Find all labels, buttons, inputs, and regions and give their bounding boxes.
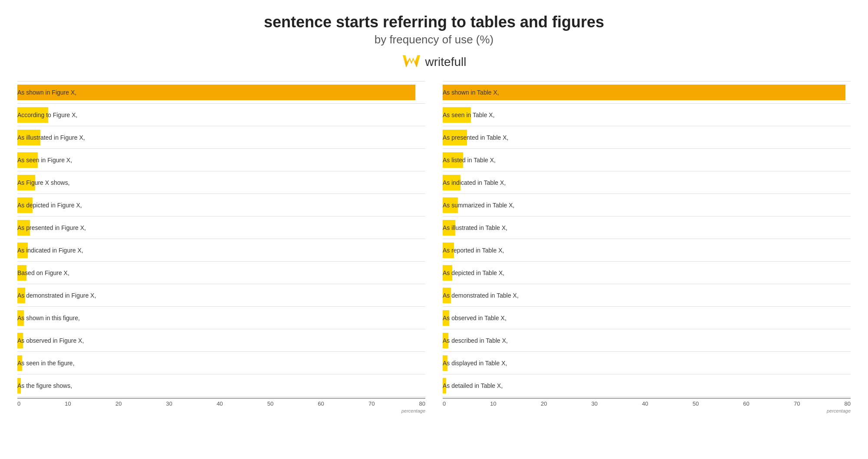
bar-row: As reported in Table X, [443,239,851,262]
tables-chart-bars: As shown in Table X,As seen in Table X,A… [443,81,851,397]
bar-label: As shown in this figure, [17,315,80,321]
bar-row: As demonstrated in Figure X, [17,284,425,307]
bar-row: As indicated in Figure X, [17,239,425,262]
logo-area: writefull [17,52,851,72]
bar-label: As listed in Table X, [443,157,496,164]
bar-row: According to Figure X, [17,104,425,126]
x-axis: 01020304050607080 [17,398,425,407]
x-tick: 70 [794,400,800,407]
bar-row: As illustrated in Figure X, [17,126,425,149]
x-tick: 80 [845,400,851,407]
bar-row: As observed in Figure X, [17,329,425,352]
bar-row: As listed in Table X, [443,149,851,171]
logo-text: writefull [425,55,467,69]
bar-label: As displayed in Table X, [443,360,507,367]
bar-label: According to Figure X, [17,111,78,118]
bar-row: As Figure X shows, [17,171,425,194]
bar-row: Based on Figure X, [17,262,425,284]
bar-row: As observed in Table X, [443,307,851,329]
x-tick: 60 [743,400,749,407]
bar-label: As indicated in Table X, [443,179,506,186]
x-tick: 20 [115,400,122,407]
bar-row: As presented in Table X, [443,126,851,149]
bar-row: As depicted in Table X, [443,262,851,284]
x-tick: 40 [217,400,223,407]
x-tick: 60 [318,400,324,407]
bar-label: As summarized in Table X, [443,202,514,209]
writefull-logo-icon [402,52,421,72]
tables-chart-inner: As shown in Table X,As seen in Table X,A… [443,81,851,413]
bar-label: As shown in Table X, [443,89,499,96]
bar-row: As described in Table X, [443,329,851,352]
bar-row: As shown in Table X, [443,81,851,104]
bar-row: As shown in this figure, [17,307,425,329]
bar-label: As illustrated in Figure X, [17,134,85,141]
bar-label: As detailed in Table X, [443,382,503,389]
bar-label: As seen in the figure, [17,360,75,367]
x-axis: 01020304050607080 [443,398,851,407]
bar-label: As seen in Table X, [443,111,495,118]
bar-row: As the figure shows, [17,374,425,397]
bar-label: As demonstrated in Figure X, [17,292,96,299]
charts-container: As shown in Figure X,According to Figure… [17,81,851,413]
bar-row: As illustrated in Table X, [443,216,851,239]
figures-chart-bars: As shown in Figure X,According to Figure… [17,81,425,397]
bar-label: As observed in Figure X, [17,337,84,344]
x-tick: 0 [443,400,446,407]
x-tick: 30 [592,400,598,407]
page-subtitle: by frequency of use (%) [17,33,851,46]
bar-row: As presented in Figure X, [17,216,425,239]
bar-label: As indicated in Figure X, [17,247,83,254]
x-tick: 0 [17,400,20,407]
bar-row: As seen in Figure X, [17,149,425,171]
bar-label: As illustrated in Table X, [443,224,507,231]
bar-row: As indicated in Table X, [443,171,851,194]
bar-label: As presented in Figure X, [17,224,86,231]
bar-row: As detailed in Table X, [443,374,851,397]
bar-label: As reported in Table X, [443,247,504,254]
x-tick: 10 [490,400,496,407]
bar-label: As shown in Figure X, [17,89,76,96]
x-tick: 30 [166,400,172,407]
bar-row: As depicted in Figure X, [17,194,425,216]
x-tick: 50 [267,400,273,407]
x-tick: 10 [65,400,71,407]
page-header: sentence starts referring to tables and … [17,13,851,72]
bar-label: As observed in Table X, [443,315,506,321]
bar-label: As seen in Figure X, [17,157,72,164]
page-title: sentence starts referring to tables and … [17,13,851,31]
bar-row: As seen in the figure, [17,352,425,374]
bar-row: As displayed in Table X, [443,352,851,374]
bar-label: As demonstrated in Table X, [443,292,519,299]
bar-row: As seen in Table X, [443,104,851,126]
figures-chart-inner: As shown in Figure X,According to Figure… [17,81,425,413]
svg-marker-1 [403,55,420,67]
bar-label: As Figure X shows, [17,179,70,186]
bar-label: As presented in Table X, [443,134,509,141]
x-tick: 20 [541,400,547,407]
x-tick: 50 [693,400,699,407]
bar-row: As demonstrated in Table X, [443,284,851,307]
bar-label: As depicted in Table X, [443,269,504,276]
bar-row: As shown in Figure X, [17,81,425,104]
bar-row: As summarized in Table X, [443,194,851,216]
bar [17,85,415,100]
x-tick: 70 [368,400,375,407]
x-axis-label: percentage [443,408,851,413]
bar-label: As depicted in Figure X, [17,202,82,209]
bar-label: As described in Table X, [443,337,508,344]
bar-label: As the figure shows, [17,382,72,389]
bar-label: Based on Figure X, [17,269,69,276]
tables-chart-section: As shown in Table X,As seen in Table X,A… [443,81,851,413]
x-tick: 80 [419,400,425,407]
figures-chart-section: As shown in Figure X,According to Figure… [17,81,425,413]
x-tick: 40 [642,400,648,407]
bar [443,85,845,100]
x-axis-label: percentage [17,408,425,413]
